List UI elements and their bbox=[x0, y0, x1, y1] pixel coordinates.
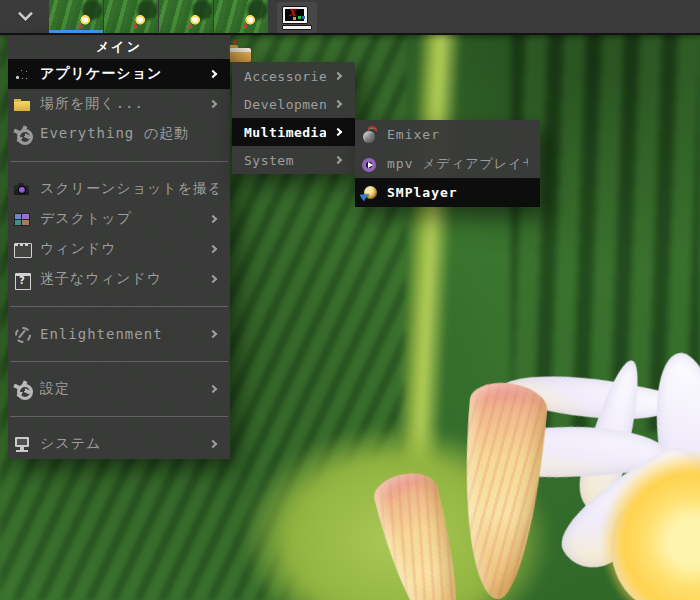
enlightenment-logo-icon bbox=[13, 325, 31, 343]
menu-item-label: System bbox=[244, 153, 326, 168]
gear-icon bbox=[13, 380, 31, 398]
flower-center bbox=[602, 452, 700, 600]
leaf-stem bbox=[397, 27, 462, 469]
menu-item-label: mpv メディアプレイヤー bbox=[387, 155, 528, 173]
pager-desktop-3[interactable] bbox=[159, 0, 213, 33]
menu-item-desktop[interactable]: デスクトップ bbox=[8, 204, 230, 234]
menu-item-label: Enlightenment bbox=[40, 326, 201, 342]
submenu-arrow-icon bbox=[334, 72, 342, 80]
pager-desktop-2[interactable] bbox=[104, 0, 158, 33]
main-menu: メイン アプリケーション場所を開く...Everything の起動スクリーンシ… bbox=[8, 35, 230, 459]
desktop-pager-icon bbox=[13, 210, 31, 228]
menu-item-lost-windows[interactable]: 迷子なウィンドウ bbox=[8, 264, 230, 294]
camera-icon bbox=[13, 180, 31, 198]
menu-item-multimedia[interactable]: Multimedia bbox=[232, 118, 355, 146]
menu-item-label: デスクトップ bbox=[40, 210, 201, 228]
applications-icon bbox=[13, 65, 31, 83]
menu-item-system[interactable]: システム bbox=[8, 429, 230, 459]
menu-separator bbox=[10, 361, 228, 362]
menu-item-enlightenment[interactable]: Enlightenment bbox=[8, 319, 230, 349]
red-bud bbox=[233, 40, 237, 44]
menu-item-applications[interactable]: アプリケーション bbox=[8, 59, 230, 89]
main-menu-button[interactable] bbox=[8, 0, 42, 33]
desktop-folder-icon[interactable] bbox=[228, 45, 251, 62]
menu-item-accessories[interactable]: Accessories bbox=[232, 62, 355, 90]
smplayer-icon bbox=[360, 184, 378, 202]
submenu-arrow-icon bbox=[334, 128, 342, 136]
pager-desktop-4[interactable] bbox=[214, 0, 268, 33]
submenu-arrow-icon bbox=[209, 330, 217, 338]
tray-xterm-button[interactable] bbox=[277, 2, 317, 33]
menu-item-take-screenshot[interactable]: スクリーンショットを撮る bbox=[8, 174, 230, 204]
menu-item-label: 迷子なウィンドウ bbox=[40, 270, 201, 288]
menu-item-label: Accessories bbox=[244, 69, 326, 84]
menu-item-label: Multimedia bbox=[244, 125, 326, 140]
top-shelf bbox=[0, 0, 700, 35]
menu-item-windows[interactable]: ウィンドウ bbox=[8, 234, 230, 264]
multimedia-submenu: Emixermpv メディアプレイヤーSMPlayer bbox=[355, 120, 540, 207]
menu-item-label: SMPlayer bbox=[387, 185, 528, 200]
menu-item-smplayer[interactable]: SMPlayer bbox=[355, 178, 540, 207]
chevron-down-icon bbox=[17, 6, 33, 22]
menu-item-label: 場所を開く... bbox=[40, 95, 201, 113]
applications-submenu: AccessoriesDevelopmentMultimediaSystem bbox=[232, 62, 355, 174]
submenu-arrow-icon bbox=[209, 245, 217, 253]
desktop-pager bbox=[49, 0, 268, 33]
submenu-arrow-icon bbox=[209, 440, 217, 448]
mpv-icon bbox=[360, 155, 378, 173]
everything-gear-icon bbox=[13, 125, 31, 143]
menu-item-label: アプリケーション bbox=[40, 65, 201, 83]
xterm-icon bbox=[282, 6, 312, 30]
menu-item-label: スクリーンショットを撮る bbox=[40, 180, 218, 198]
submenu-arrow-icon bbox=[209, 100, 217, 108]
menu-item-run-everything[interactable]: Everything の起動 bbox=[8, 119, 230, 149]
submenu-arrow-icon bbox=[209, 385, 217, 393]
submenu-arrow-icon bbox=[209, 215, 217, 223]
submenu-arrow-icon bbox=[209, 275, 217, 283]
menu-separator bbox=[10, 416, 228, 417]
window-question-icon bbox=[13, 270, 31, 288]
menu-separator bbox=[10, 306, 228, 307]
pager-desktop-1[interactable] bbox=[49, 0, 103, 33]
submenu-arrow-icon bbox=[334, 156, 342, 164]
menu-title: メイン bbox=[8, 35, 230, 59]
window-icon bbox=[13, 240, 31, 258]
menu-item-development[interactable]: Development bbox=[232, 90, 355, 118]
submenu-arrow-icon bbox=[334, 100, 342, 108]
emixer-knob-icon bbox=[360, 126, 378, 144]
desktop-screen: メイン アプリケーション場所を開く...Everything の起動スクリーンシ… bbox=[0, 0, 700, 600]
computer-icon bbox=[13, 435, 31, 453]
menu-item-settings[interactable]: 設定 bbox=[8, 374, 230, 404]
menu-separator bbox=[10, 161, 228, 162]
folder-icon bbox=[13, 95, 31, 113]
menu-item-label: Emixer bbox=[387, 127, 528, 142]
menu-item-emixer[interactable]: Emixer bbox=[355, 120, 540, 149]
submenu-arrow-icon bbox=[209, 70, 217, 78]
menu-item-label: Development bbox=[244, 97, 326, 112]
menu-item-mpv[interactable]: mpv メディアプレイヤー bbox=[355, 149, 540, 178]
menu-item-label: Everything の起動 bbox=[40, 125, 218, 143]
menu-item-label: ウィンドウ bbox=[40, 240, 201, 258]
menu-item-label: 設定 bbox=[40, 380, 201, 398]
menu-item-label: システム bbox=[40, 435, 201, 453]
menu-item-system[interactable]: System bbox=[232, 146, 355, 174]
menu-item-open-places[interactable]: 場所を開く... bbox=[8, 89, 230, 119]
